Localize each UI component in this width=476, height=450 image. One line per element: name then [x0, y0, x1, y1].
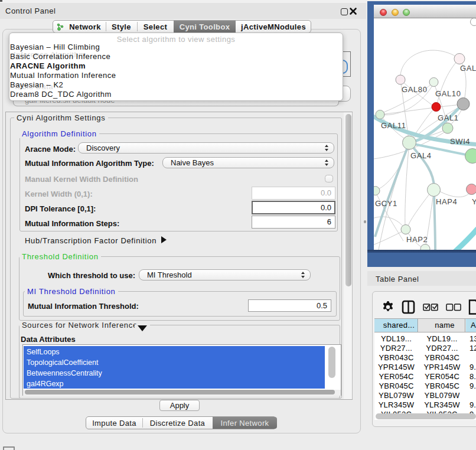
svg-text:GAL10: GAL10: [435, 89, 461, 98]
svg-text:GAL11: GAL11: [381, 121, 406, 130]
svg-text:GCY1: GCY1: [375, 199, 397, 208]
svg-text:GAL1: GAL1: [438, 113, 459, 122]
svg-text:Y: Y: [472, 197, 476, 206]
svg-text:GAL: GAL: [460, 64, 476, 73]
svg-text:GAL80: GAL80: [402, 85, 427, 94]
svg-text:SWI4: SWI4: [450, 137, 470, 146]
svg-text:HAP4: HAP4: [436, 197, 457, 206]
svg-text:GAL4: GAL4: [410, 151, 432, 160]
svg-text:HAP2: HAP2: [406, 235, 428, 244]
